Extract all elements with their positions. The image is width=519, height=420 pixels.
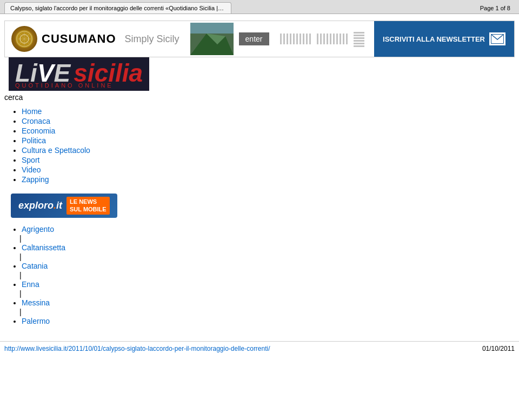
exploro-badge: LE NEWS SUL MOBILE	[66, 197, 110, 215]
bar-icon	[354, 31, 364, 47]
enter-label[interactable]: enter	[239, 32, 269, 45]
province-item-palermo[interactable]: Palermo	[22, 317, 515, 325]
nav-link-politica[interactable]: Politica	[22, 136, 46, 145]
nav-item-zapping[interactable]: Zapping	[22, 175, 515, 184]
province-item-caltanissetta[interactable]: Caltanissetta	[22, 243, 515, 252]
province-separator-1: |	[19, 234, 515, 243]
page-footer: http://www.livesicilia.it/2011/10/01/cal…	[0, 341, 519, 356]
exploro-banner[interactable]: exploro.it LE NEWS SUL MOBILE	[11, 194, 117, 218]
nav-item-politica[interactable]: Politica	[22, 136, 515, 145]
province-item-messina[interactable]: Messina	[22, 298, 515, 307]
nav-link-video[interactable]: Video	[22, 165, 41, 174]
cusumano-tagline: Simply Sicily	[125, 34, 179, 45]
province-link-agrigento[interactable]: Agrigento	[22, 225, 54, 234]
province-link-messina[interactable]: Messina	[22, 298, 50, 307]
province-link-palermo[interactable]: Palermo	[22, 317, 50, 325]
footer-date: 01/10/2011	[482, 345, 515, 352]
nav-link-cultura[interactable]: Cultura e Spettacolo	[22, 146, 90, 155]
main-navigation: Home Cronaca Economia Politica Cultura e…	[0, 104, 519, 189]
exploro-logo-text: exploro.it	[18, 200, 62, 211]
cusumano-logo-area: CUSUMANO Simply Sicily	[11, 26, 179, 52]
province-nav-list: Agrigento | Caltanissetta | Catania | En…	[11, 225, 515, 325]
svg-rect-5	[190, 23, 234, 34]
nav-item-economia[interactable]: Economia	[22, 126, 515, 135]
browser-tab[interactable]: Calypso, siglato l'accordo per il monito…	[4, 2, 231, 14]
nav-item-cronaca[interactable]: Cronaca	[22, 117, 515, 125]
newsletter-envelope-icon	[489, 32, 505, 45]
newsletter-label: ISCRIVITI ALLA NEWSLETTER	[383, 35, 485, 43]
page-content: CUSUMANO Simply Sicily enter ISCRIVITI A…	[0, 14, 519, 330]
wave-icon-1	[280, 34, 312, 44]
livesicilia-logo-container: LiVE sicilia QUOTIDIANO ONLINE	[4, 57, 515, 91]
page-info: Page 1 of 8	[476, 3, 515, 14]
cusumano-hero-image	[190, 23, 234, 55]
exploro-badge-line1: LE NEWS	[70, 198, 107, 205]
livesicilia-logo[interactable]: LiVE sicilia QUOTIDIANO ONLINE	[9, 57, 149, 91]
newsletter-button[interactable]: ISCRIVITI ALLA NEWSLETTER	[374, 21, 514, 57]
province-separator-5: |	[19, 308, 515, 316]
province-separator-2: |	[19, 252, 515, 261]
cusumano-banner: CUSUMANO Simply Sicily enter ISCRIVITI A…	[4, 21, 515, 57]
province-item-agrigento[interactable]: Agrigento	[22, 225, 515, 234]
exploro-text-part: exploro	[18, 200, 54, 211]
nav-link-cronaca[interactable]: Cronaca	[22, 117, 50, 125]
nav-item-home[interactable]: Home	[22, 107, 515, 116]
main-nav-list: Home Cronaca Economia Politica Cultura e…	[11, 107, 515, 184]
search-label[interactable]: cerca	[0, 91, 519, 104]
exploro-it-part: it	[56, 200, 62, 211]
province-item-catania[interactable]: Catania	[22, 262, 515, 270]
province-link-caltanissetta[interactable]: Caltanissetta	[22, 243, 65, 252]
nav-item-video[interactable]: Video	[22, 165, 515, 174]
province-link-catania[interactable]: Catania	[22, 262, 48, 270]
nav-item-cultura[interactable]: Cultura e Spettacolo	[22, 146, 515, 155]
province-separator-3: |	[19, 271, 515, 279]
nav-link-sport[interactable]: Sport	[22, 156, 39, 164]
browser-tab-bar: Calypso, siglato l'accordo per il monito…	[0, 0, 519, 14]
cusumano-emblem	[11, 26, 37, 52]
nav-link-economia[interactable]: Economia	[22, 126, 55, 135]
province-separator-4: |	[19, 289, 515, 298]
cusumano-brand-name: CUSUMANO	[42, 32, 116, 46]
exploro-badge-line2: SUL MOBILE	[70, 205, 107, 213]
nav-link-zapping[interactable]: Zapping	[22, 175, 49, 184]
nav-item-sport[interactable]: Sport	[22, 156, 515, 164]
nav-link-home[interactable]: Home	[22, 107, 42, 116]
province-item-enna[interactable]: Enna	[22, 280, 515, 289]
footer-url[interactable]: http://www.livesicilia.it/2011/10/01/cal…	[4, 345, 270, 352]
province-navigation: Agrigento | Caltanissetta | Catania | En…	[0, 222, 519, 330]
province-link-enna[interactable]: Enna	[22, 280, 39, 289]
wave-icon-2	[317, 34, 349, 44]
